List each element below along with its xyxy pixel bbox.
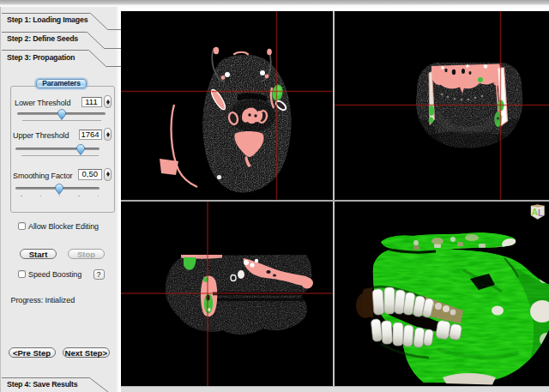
svg-text:L: L xyxy=(538,208,544,218)
